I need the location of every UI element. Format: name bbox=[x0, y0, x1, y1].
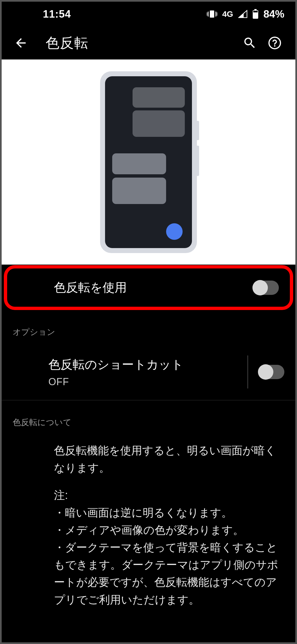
about-text: 色反転機能を使用すると、明るい画面が暗くなります。 注: ・暗い画面は逆に明るく… bbox=[2, 442, 295, 608]
page-title: 色反転 bbox=[32, 34, 243, 52]
about-bullet-2: ・メディアや画像の色が変わります。 bbox=[54, 521, 282, 539]
battery-icon bbox=[252, 9, 258, 19]
svg-point-9 bbox=[274, 45, 276, 47]
signal-icon bbox=[238, 10, 248, 18]
shortcut-toggle[interactable] bbox=[258, 365, 284, 379]
shortcut-status: OFF bbox=[48, 376, 238, 388]
svg-rect-7 bbox=[253, 11, 258, 12]
status-network-label: 4G bbox=[222, 9, 233, 19]
options-section-header: オプション bbox=[2, 310, 295, 346]
about-section-header: 色反転について bbox=[2, 400, 295, 442]
status-battery-text: 84% bbox=[263, 8, 284, 20]
shortcut-row[interactable]: 色反転のショートカット OFF bbox=[2, 346, 295, 398]
app-bar: 色反転 bbox=[2, 26, 295, 59]
help-button[interactable] bbox=[268, 36, 282, 50]
shortcut-label: 色反転のショートカット bbox=[48, 357, 238, 373]
use-color-inversion-row[interactable]: 色反転を使用 bbox=[7, 268, 290, 307]
about-paragraph-1: 色反転機能を使用すると、明るい画面が暗くなります。 bbox=[54, 442, 282, 477]
about-note-label: 注: bbox=[54, 487, 282, 504]
svg-rect-0 bbox=[210, 10, 214, 18]
vertical-divider bbox=[248, 355, 248, 388]
highlight-annotation: 色反転を使用 bbox=[4, 265, 293, 310]
about-bullet-1: ・暗い画面は逆に明るくなります。 bbox=[54, 504, 282, 521]
use-color-inversion-toggle[interactable] bbox=[252, 281, 279, 295]
phone-mockup bbox=[100, 71, 197, 253]
preview-illustration bbox=[2, 59, 295, 265]
use-color-inversion-label: 色反転を使用 bbox=[54, 279, 252, 296]
about-bullet-3: ・ダークテーマを使って背景を暗くすることもできます。ダークテーマはアプリ側のサポ… bbox=[54, 539, 282, 608]
status-bar: 11:54 4G 84% bbox=[2, 2, 295, 26]
svg-rect-5 bbox=[254, 9, 257, 10]
vibrate-icon bbox=[207, 10, 217, 18]
status-time: 11:54 bbox=[43, 8, 71, 20]
search-button[interactable] bbox=[243, 36, 257, 50]
back-button[interactable] bbox=[10, 36, 32, 50]
